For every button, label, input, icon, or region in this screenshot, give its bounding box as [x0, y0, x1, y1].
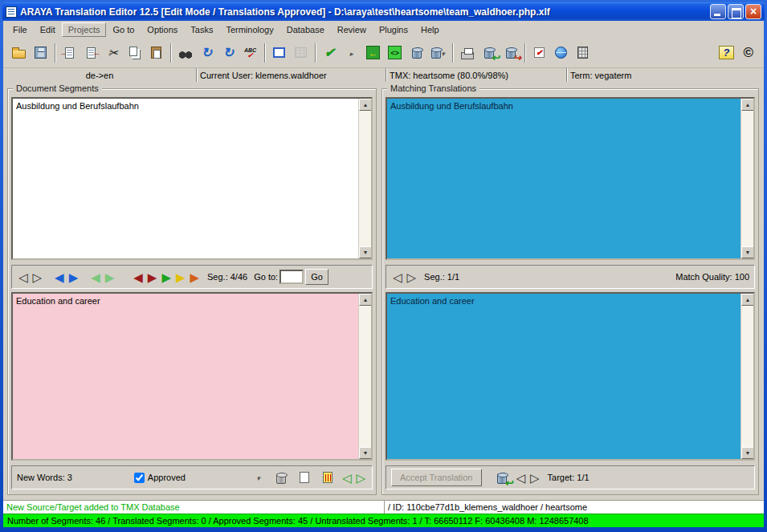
delete-options-button[interactable] — [427, 42, 449, 63]
maximize-button[interactable] — [728, 4, 744, 19]
copy-button[interactable] — [124, 42, 145, 63]
tmx-status-label: TMX: heartsome (80.0%/98%) — [386, 68, 566, 82]
spellcheck-icon — [244, 47, 256, 59]
approved-checkbox[interactable] — [134, 473, 145, 483]
nav-forward-green-button[interactable] — [105, 271, 115, 283]
minimize-button[interactable] — [710, 4, 726, 19]
match-counter-label: Seg.: 1/1 — [424, 272, 459, 282]
target-segment-pane[interactable]: Education and career — [11, 292, 373, 461]
segment-nav-bar: Seg.: 4/46 Go to: Go — [11, 265, 373, 289]
scroll-down-button[interactable] — [359, 447, 372, 459]
approve-translation-button[interactable] — [319, 42, 341, 63]
jump-forward-yellow-button[interactable] — [176, 271, 186, 283]
print-button[interactable] — [456, 42, 478, 63]
scroll-down-button[interactable] — [741, 246, 754, 258]
document-icon — [65, 47, 74, 59]
window-icon — [273, 47, 285, 58]
jump-forward-green-button[interactable] — [161, 271, 171, 283]
cylinder-icon — [412, 48, 422, 59]
scroll-up-button[interactable] — [741, 294, 754, 306]
accept-translation-button[interactable]: Accept Translation — [391, 469, 482, 486]
undo-translation-button[interactable] — [362, 42, 384, 63]
approved-next-button[interactable] — [356, 472, 365, 484]
match-next-button[interactable] — [407, 271, 417, 283]
match-prev-button[interactable] — [393, 271, 402, 283]
toolbar-separator — [315, 43, 316, 63]
menu-review[interactable]: Review — [331, 22, 373, 37]
find-button[interactable] — [174, 42, 196, 63]
trash-button[interactable] — [271, 467, 292, 489]
cut-button[interactable] — [102, 42, 124, 63]
toolbar-separator — [452, 43, 453, 63]
delete-segment-button[interactable] — [406, 42, 427, 63]
insert-tags-button[interactable] — [384, 42, 406, 63]
open-file-button[interactable] — [8, 42, 30, 63]
scroll-down-button[interactable] — [741, 447, 754, 459]
jump-forward-red-button[interactable] — [148, 271, 157, 283]
menu-options[interactable]: Options — [141, 22, 184, 37]
scroll-up-button[interactable] — [359, 99, 372, 111]
matching-target-pane[interactable]: Education and career — [386, 292, 755, 461]
mark-note-button[interactable] — [317, 467, 339, 489]
red-check-box-icon — [534, 47, 545, 58]
web-lookup-button[interactable] — [550, 42, 572, 63]
goto-input[interactable] — [279, 270, 304, 284]
add-to-tmx-button[interactable] — [492, 467, 513, 489]
target-next-button[interactable] — [530, 472, 540, 484]
menu-plugins[interactable]: Plugins — [373, 22, 414, 37]
go-button[interactable]: Go — [305, 269, 328, 285]
validate-button[interactable] — [528, 42, 550, 63]
segment-import-button[interactable] — [59, 42, 80, 63]
next-segment-button[interactable] — [33, 271, 43, 283]
source-segment-pane[interactable]: Ausbildung und Berufslaufbahn — [11, 97, 373, 260]
scrollbar[interactable] — [740, 99, 753, 258]
spellcheck-button[interactable] — [239, 42, 261, 63]
scroll-up-button[interactable] — [741, 99, 754, 111]
approved-prev-button[interactable] — [342, 472, 352, 484]
nav-forward-blue-button[interactable] — [69, 271, 79, 283]
menu-database[interactable]: Database — [280, 22, 331, 37]
save-file-button[interactable] — [30, 42, 51, 63]
menu-projects[interactable]: Projects — [62, 22, 107, 37]
menu-terminology[interactable]: Terminology — [219, 22, 279, 37]
tmx-export-button[interactable] — [500, 42, 521, 63]
red-arrow-icon — [513, 53, 521, 63]
nav-back-green-button[interactable] — [91, 271, 100, 283]
jump-forward-orange-button[interactable] — [190, 271, 199, 283]
menu-goto[interactable]: Go to — [106, 22, 141, 37]
group-title: Matching Translations — [387, 83, 479, 93]
segment-status-bar: New Words: 3 Approved — [11, 465, 373, 489]
menu-help[interactable]: Help — [414, 22, 446, 37]
copyright-icon — [743, 45, 753, 61]
jump-back-red-button[interactable] — [133, 271, 143, 283]
application-window: ARAYA Translation Editor 12.5 [Edit Mode… — [0, 0, 767, 532]
scrollbar[interactable] — [358, 99, 371, 258]
help-button[interactable] — [716, 42, 737, 63]
menu-file[interactable]: File — [6, 22, 34, 37]
prev-segment-button[interactable] — [18, 271, 28, 283]
scrollbar[interactable] — [740, 294, 753, 459]
concordance-search-button[interactable] — [218, 42, 239, 63]
grid-view-button[interactable] — [290, 42, 312, 63]
scrollbar[interactable] — [358, 294, 371, 459]
document-segments-group: Document Segments Ausbildung und Berufsl… — [7, 88, 377, 495]
mini-next-button[interactable] — [341, 42, 362, 63]
scroll-up-button[interactable] — [359, 294, 372, 306]
matching-source-pane[interactable]: Ausbildung und Berufslaufbahn — [386, 97, 755, 260]
menu-edit[interactable]: Edit — [34, 22, 62, 37]
search-replace-button[interactable] — [196, 42, 218, 63]
tmx-import-button[interactable] — [478, 42, 500, 63]
scroll-down-button[interactable] — [359, 246, 372, 258]
clear-note-button[interactable] — [294, 467, 316, 489]
nav-back-blue-button[interactable] — [55, 271, 64, 283]
segment-export-button[interactable] — [80, 42, 102, 63]
paste-button[interactable] — [145, 42, 167, 63]
about-button[interactable] — [737, 42, 759, 63]
statistics-button[interactable] — [572, 42, 594, 63]
mini-arrow-button[interactable] — [247, 467, 269, 489]
menu-tasks[interactable]: Tasks — [184, 22, 219, 37]
refresh-icon — [202, 45, 212, 60]
target-prev-button[interactable] — [516, 472, 526, 484]
split-window-button[interactable] — [268, 42, 290, 63]
close-button[interactable] — [745, 4, 761, 19]
